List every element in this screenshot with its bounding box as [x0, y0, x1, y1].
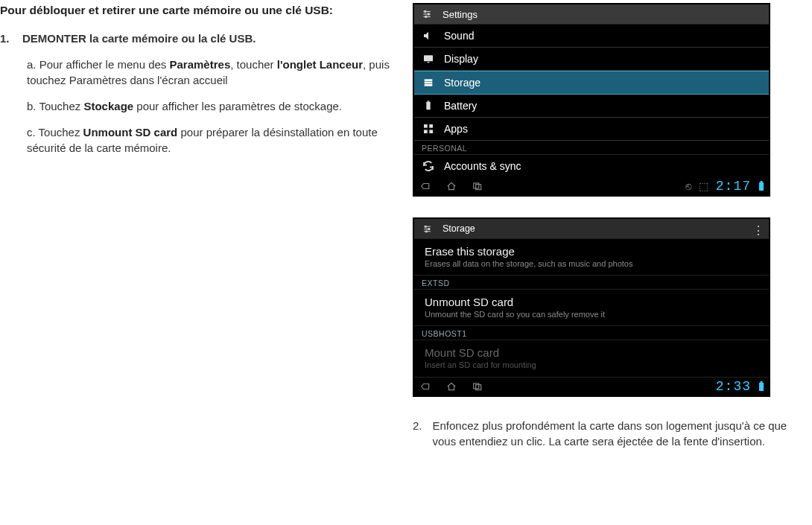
svg-rect-16 — [429, 130, 433, 133]
system-navbar-2: 2:33 — [414, 378, 769, 395]
settings-item-sound[interactable]: Sound — [414, 25, 769, 48]
svg-rect-8 — [425, 79, 433, 81]
page-title: Pour débloquer et retirer une carte mémo… — [0, 3, 395, 19]
svg-point-4 — [428, 13, 429, 15]
system-navbar-1: ⎋ ⬚ 2:17 — [414, 177, 769, 195]
storage-icon — [422, 76, 435, 89]
section-personal: PERSONAL — [414, 141, 769, 155]
substep-b: b. Touchez Stockage pour afficher les pa… — [27, 98, 395, 114]
settings-item-accounts[interactable]: Accounts & sync — [414, 155, 769, 177]
step-1-text: DEMONTER la carte mémoire ou la clé USB. — [22, 32, 256, 45]
sliders-icon — [420, 7, 434, 21]
settings-item-apps[interactable]: Apps — [414, 118, 769, 141]
step-2: 2. Enfoncez plus profondément la carte d… — [413, 418, 806, 451]
svg-rect-15 — [424, 130, 428, 133]
step-1-number: 1. — [0, 32, 13, 45]
settings-item-display[interactable]: Display — [414, 48, 769, 71]
back-icon[interactable] — [419, 181, 432, 191]
substep-c: c. Touchez Unmount SD card pour préparer… — [27, 124, 395, 156]
clock: 2:33 — [716, 379, 751, 394]
storage-mount: Mount SD card Insert an SD card for moun… — [414, 340, 769, 377]
step-2-number: 2. — [413, 418, 422, 451]
settings-title: Settings — [443, 9, 478, 20]
svg-point-26 — [425, 230, 427, 232]
step-1: 1. DEMONTER la carte mémoire ou la clé U… — [0, 32, 395, 45]
section-extsd: EXTSD — [414, 276, 769, 290]
back-icon[interactable] — [419, 381, 432, 392]
svg-rect-9 — [425, 82, 433, 84]
settings-item-storage[interactable]: Storage — [414, 71, 769, 95]
svg-point-3 — [425, 10, 426, 12]
battery-status-icon — [758, 181, 764, 191]
svg-rect-20 — [761, 181, 763, 182]
svg-point-24 — [425, 226, 426, 227]
adb-icon: ⬚ — [699, 180, 708, 192]
storage-erase[interactable]: Erase this storage Erases all data on th… — [414, 239, 769, 276]
svg-rect-13 — [424, 124, 428, 128]
sync-icon — [422, 159, 435, 173]
battery-icon — [422, 99, 435, 112]
storage-header: Storage ⋮ — [414, 219, 769, 239]
settings-header: Settings — [414, 4, 769, 25]
home-icon[interactable] — [445, 381, 457, 392]
storage-unmount[interactable]: Unmount SD card Unmount the SD card so y… — [414, 290, 769, 326]
step-2-text: Enfoncez plus profondément la carte dans… — [433, 418, 806, 451]
display-icon — [422, 52, 435, 66]
section-usbhost1: USBHOST1 — [414, 326, 769, 340]
svg-rect-30 — [761, 381, 763, 383]
recent-icon[interactable] — [471, 381, 484, 392]
home-icon[interactable] — [445, 181, 457, 191]
settings-item-battery[interactable]: Battery — [414, 95, 769, 118]
svg-rect-29 — [759, 383, 764, 391]
svg-rect-6 — [424, 55, 433, 61]
svg-rect-19 — [759, 182, 764, 191]
svg-point-25 — [428, 228, 429, 229]
screenshot-settings: Settings Sound Display Storage — [413, 3, 770, 197]
svg-rect-10 — [425, 84, 433, 86]
svg-rect-14 — [429, 124, 433, 128]
svg-rect-7 — [428, 62, 430, 63]
apps-icon — [422, 122, 435, 136]
svg-rect-12 — [428, 101, 430, 101]
clock: 2:17 — [716, 179, 751, 194]
battery-status-icon — [758, 381, 764, 392]
substep-a: a. Pour afficher le menu des Paramètres,… — [27, 57, 395, 88]
usb-icon: ⎋ — [685, 180, 691, 192]
recent-icon[interactable] — [471, 181, 484, 191]
screenshot-storage: Storage ⋮ Erase this storage Erases all … — [413, 217, 770, 397]
storage-title: Storage — [443, 223, 475, 234]
svg-rect-11 — [426, 102, 430, 110]
sliders-icon — [420, 222, 434, 235]
sound-icon — [422, 29, 435, 42]
overflow-icon[interactable]: ⋮ — [752, 223, 764, 238]
svg-point-5 — [425, 16, 427, 17]
